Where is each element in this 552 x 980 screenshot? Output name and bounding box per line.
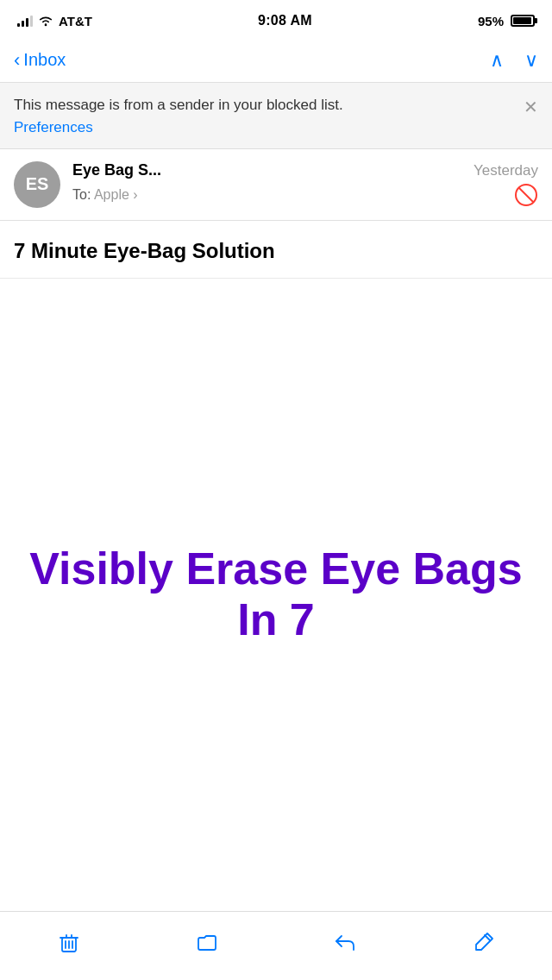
blocked-banner: This message is from a sender in your bl… xyxy=(0,83,552,149)
avatar-initials: ES xyxy=(26,174,49,194)
blocked-message: This message is from a sender in your bl… xyxy=(14,95,513,116)
back-button[interactable]: ‹ Inbox xyxy=(14,49,66,72)
reply-icon xyxy=(333,931,357,955)
subject-text: 7 Minute Eye-Bag Solution xyxy=(14,238,538,264)
battery-percent-label: 95% xyxy=(478,14,504,28)
nav-bar: ‹ Inbox ∧ ∨ xyxy=(0,38,552,83)
status-right: 95% xyxy=(478,14,535,28)
block-icon xyxy=(514,183,538,207)
bottom-toolbar xyxy=(0,911,552,980)
battery-icon xyxy=(511,15,535,27)
compose-button[interactable] xyxy=(464,924,502,962)
preferences-link[interactable]: Preferences xyxy=(14,119,93,135)
wifi-icon xyxy=(38,15,53,27)
trash-button[interactable] xyxy=(50,924,88,962)
status-left: AT&T xyxy=(17,14,92,28)
avatar: ES xyxy=(14,161,60,208)
back-chevron-icon: ‹ xyxy=(14,49,20,72)
folder-button[interactable] xyxy=(188,924,226,962)
blocked-text-area: This message is from a sender in your bl… xyxy=(14,95,513,136)
to-label: To: xyxy=(72,187,91,202)
battery-fill xyxy=(513,17,531,24)
email-date: Yesterday xyxy=(474,162,538,179)
carrier-label: AT&T xyxy=(59,14,92,28)
to-row: To: Apple › xyxy=(72,183,538,207)
email-header: ES Eye Bag S... Yesterday To: Apple › xyxy=(0,149,552,221)
to-text: To: Apple › xyxy=(72,187,138,203)
nav-arrows: ∧ ∨ xyxy=(490,49,538,72)
to-recipient: Apple › xyxy=(94,187,138,202)
time-label: 9:08 AM xyxy=(258,13,312,28)
reply-button[interactable] xyxy=(326,924,364,962)
promo-text: Visibly Erase Eye Bags In 7 xyxy=(0,526,552,664)
back-label: Inbox xyxy=(23,50,66,70)
svg-point-0 xyxy=(45,24,47,27)
trash-icon xyxy=(57,931,81,955)
status-bar: AT&T 9:08 AM 95% xyxy=(0,0,552,38)
sender-name: Eye Bag S... xyxy=(72,161,161,179)
sender-row: Eye Bag S... Yesterday xyxy=(72,161,538,179)
folder-icon xyxy=(195,931,219,955)
signal-bars-icon xyxy=(17,15,33,27)
email-meta: Eye Bag S... Yesterday To: Apple › xyxy=(72,161,538,207)
email-subject: 7 Minute Eye-Bag Solution xyxy=(0,221,552,279)
up-arrow-button[interactable]: ∧ xyxy=(490,49,504,72)
email-body: Visibly Erase Eye Bags In 7 xyxy=(0,279,552,911)
close-button[interactable]: ✕ xyxy=(524,97,538,117)
compose-icon xyxy=(471,931,495,955)
down-arrow-button[interactable]: ∨ xyxy=(524,49,538,72)
svg-line-2 xyxy=(519,188,534,203)
